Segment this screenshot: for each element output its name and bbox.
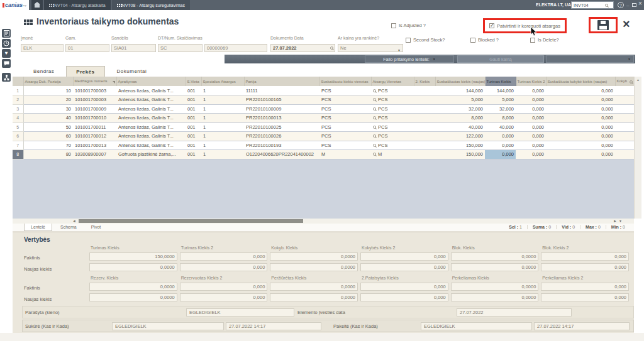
naujas-field[interactable]: 0,000 <box>180 293 268 301</box>
naujas-field[interactable]: 0,000 <box>180 263 268 271</box>
form-icon[interactable] <box>2 29 11 38</box>
scroll-right-icon[interactable]: ►▾ <box>613 219 624 224</box>
table-row[interactable]: 2 20 101001700003 Antenos lizdas, Galini… <box>13 95 634 105</box>
checkbox-icon[interactable] <box>391 23 396 28</box>
onhand-cell[interactable]: 40,000 <box>485 122 516 132</box>
table-row[interactable]: 6 60 101001700012 Antenos lizdas, Galini… <box>13 132 634 141</box>
dt-field[interactable]: SC <box>158 44 203 52</box>
home-tab[interactable] <box>31 0 43 10</box>
faktinis-field[interactable]: 0,0000 <box>270 252 358 261</box>
failo-dropdown[interactable]: Failo pritaikymo lentelė: ▼ <box>365 55 454 63</box>
gam-field[interactable]: 01 <box>65 44 109 52</box>
table-row[interactable]: 5 50 101001700011 Antenos lizdas, Galini… <box>13 122 634 132</box>
table-row[interactable]: 3 30 101001700009 Antenos lizdas, Galini… <box>13 104 634 114</box>
share-icon[interactable] <box>2 73 11 82</box>
vertical-scrollbar[interactable]: ▲ <box>634 77 641 219</box>
faktinis-field[interactable]: 0,000 <box>180 252 268 261</box>
help-icon[interactable]: ? <box>618 2 624 8</box>
sukure-user-field[interactable]: EGLEDIGIELK <box>112 322 224 330</box>
minimize-icon[interactable]: _ <box>626 1 629 8</box>
module-tab[interactable]: INVT04 - Atsargų ataskaita <box>44 0 111 10</box>
onhand-cell[interactable]: 0,000 <box>485 150 516 160</box>
sandelis-field[interactable]: SIA01 <box>111 44 156 52</box>
naujas-field[interactable]: 0,0000 <box>451 263 539 271</box>
onhand-cell[interactable]: 0,000 <box>485 141 516 150</box>
view-subtab[interactable]: Lentelė <box>24 224 52 231</box>
num-field[interactable]: 00000069 <box>204 44 267 52</box>
row-number[interactable]: 4 <box>13 114 23 123</box>
row-number[interactable]: 2 <box>13 95 23 105</box>
checkbox-icon[interactable] <box>406 38 411 43</box>
empty-dropdown[interactable]: ▼ <box>546 55 634 63</box>
col-header[interactable]: Suskaičiuota kokybė kiekis (naujas) <box>546 77 615 86</box>
is-delete-checkbox[interactable]: Is Delete? <box>530 37 559 43</box>
view-subtab[interactable]: Pivot <box>85 224 108 231</box>
table-row[interactable]: 1 10 101001700003 Antenos lizdas, Galini… <box>13 86 634 95</box>
row-number[interactable]: 7 <box>13 141 23 150</box>
checkbox-icon[interactable] <box>470 38 475 43</box>
scrollbar-thumb[interactable] <box>79 219 303 223</box>
faktinis-field[interactable]: 0,0000 <box>89 283 177 291</box>
content-tab[interactable]: Prekės <box>66 66 104 77</box>
horizontal-scrollbar[interactable]: ◄ ►▾ <box>13 219 634 224</box>
unit-search-icon[interactable] <box>373 116 376 119</box>
gauti-kaina-button[interactable]: Gauti kainą <box>457 55 544 63</box>
faktinis-field[interactable]: 150,0000 <box>89 252 177 261</box>
table-row[interactable]: 8 80 103008900007 Gofruota plastikinė ža… <box>13 150 634 160</box>
view-subtab[interactable]: Schema <box>54 224 83 231</box>
table-row[interactable]: 4 40 101001700010 Antenos lizdas, Galini… <box>13 114 634 123</box>
ivesties-field[interactable]: 27.07.2022 <box>457 308 572 317</box>
onhand-cell[interactable]: 32,000 <box>485 104 516 114</box>
faktinis-field[interactable]: 0,0000 <box>451 252 539 261</box>
second-stock-checkbox[interactable]: Second Stock? <box>406 37 445 43</box>
favorites-icon[interactable]: ♥ <box>2 49 11 58</box>
save-icon[interactable] <box>597 20 609 30</box>
col-header[interactable]: Aprašymas <box>116 77 186 86</box>
faktinis-field[interactable]: 0,000 <box>360 252 448 261</box>
col-header[interactable]: Atsargų Vienetas <box>371 77 414 86</box>
row-number[interactable]: 3 <box>13 104 23 114</box>
col-header[interactable]: Partija <box>244 77 319 86</box>
row-number[interactable]: 6 <box>13 132 23 141</box>
window-close-icon[interactable]: × <box>638 1 642 7</box>
corner-header[interactable] <box>13 77 23 86</box>
module-search-input[interactable] <box>574 3 605 8</box>
faktinis-field[interactable]: 0,000 <box>180 283 268 291</box>
table-row[interactable]: 7 70 101001700013 Antenos lizdas, Galini… <box>13 141 634 150</box>
scroll-left-icon[interactable]: ◄ <box>72 219 76 224</box>
parasyta-field[interactable]: EGLEDIGIELK <box>186 308 294 317</box>
is-adjusted-checkbox[interactable]: Is Adjusted ? <box>391 23 426 28</box>
col-header[interactable]: Kokyb <box>615 77 634 86</box>
col-header[interactable]: Suskaičiuoto kiekio vienetas <box>319 77 371 86</box>
naujas-field[interactable]: 0,0000 <box>270 263 358 271</box>
row-number[interactable]: 8 <box>13 150 23 160</box>
naujas-field[interactable]: 0,0000 <box>270 293 358 301</box>
module-tab[interactable]: INVT08 - Atsargų sureguliavimas <box>112 0 190 10</box>
naujas-field[interactable]: 0,0000 <box>89 293 177 301</box>
naujas-field[interactable]: 0,0000 <box>89 263 177 271</box>
unit-search-icon[interactable] <box>373 89 376 92</box>
confirm-adjust-checkbox[interactable] <box>489 23 494 28</box>
column-search-icon[interactable] <box>630 80 633 84</box>
row-number[interactable]: 1 <box>13 86 23 95</box>
faktinis-field[interactable]: 0,000 <box>360 283 448 291</box>
onhand-cell[interactable]: 8,000 <box>485 114 516 123</box>
col-header[interactable]: Turimas Kiekis 2 <box>516 77 546 86</box>
col-header[interactable]: 2. Kiekis <box>414 77 435 86</box>
blocked-checkbox[interactable]: Blocked ? <box>470 37 499 43</box>
onhand-cell[interactable]: 144,000 <box>485 86 516 95</box>
clock-icon[interactable] <box>2 39 11 48</box>
col-header[interactable]: Medžiagos numeris <box>73 77 116 86</box>
naujas-field[interactable]: 0,000 <box>541 293 629 301</box>
checkbox-icon[interactable] <box>530 38 535 43</box>
kaina-select[interactable]: Ne ▼ <box>338 44 403 52</box>
unit-search-icon[interactable] <box>373 134 376 138</box>
naujas-field[interactable]: 0,000 <box>360 293 448 301</box>
col-header[interactable]: Atsargų Dok. Pozicija <box>23 77 73 86</box>
onhand-cell[interactable]: 5,000 <box>485 95 516 105</box>
row-number[interactable]: 5 <box>13 122 23 132</box>
content-tab[interactable]: Bendras <box>24 66 64 77</box>
search-icon[interactable] <box>605 4 608 7</box>
content-tab[interactable]: Dokumentai <box>108 66 157 77</box>
unit-search-icon[interactable] <box>373 153 376 156</box>
